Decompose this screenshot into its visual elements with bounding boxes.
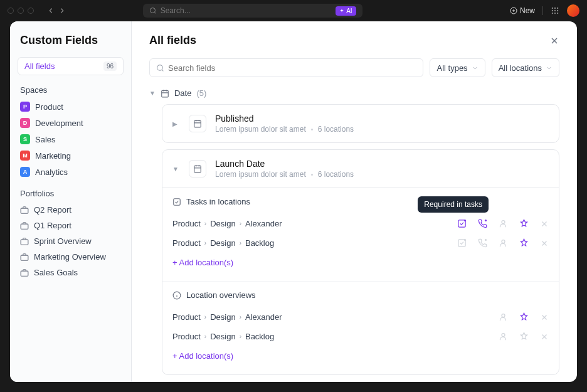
assignee-toggle[interactable] [499, 332, 508, 341]
field-row[interactable]: ▼ Launch Date Lorem ipsum dolor sit amet… [162, 150, 559, 188]
global-search[interactable]: AI [143, 4, 362, 18]
new-button[interactable]: New [510, 6, 535, 15]
svg-point-12 [554, 13, 556, 14]
tasks-in-locations: Tasks in locations Product› Design› Alex… [162, 188, 559, 281]
briefcase-icon [20, 206, 29, 215]
remove-location[interactable] [540, 239, 549, 248]
expand-toggle[interactable]: ▶ [172, 120, 180, 127]
space-icon: D [20, 118, 30, 128]
location-row: Product› Design› Alexander [172, 307, 549, 327]
field-row[interactable]: ▶ Published Lorem ipsum dolor sit amet 6… [162, 105, 559, 142]
titlebar: AI New [0, 0, 587, 21]
svg-rect-17 [21, 255, 28, 260]
close-panel[interactable] [549, 36, 559, 46]
chevron-down-icon [546, 65, 553, 72]
svg-point-37 [464, 220, 466, 221]
traffic-lights [8, 8, 34, 14]
svg-point-5 [552, 8, 553, 9]
search-fields-input[interactable] [168, 63, 416, 73]
svg-point-0 [150, 8, 155, 13]
pin-toggle[interactable] [519, 312, 529, 322]
required-toggle[interactable] [457, 219, 467, 228]
field-card-launch-date: ▼ Launch Date Lorem ipsum dolor sit amet… [162, 149, 559, 375]
close-icon [549, 36, 559, 46]
notify-toggle[interactable] [478, 219, 487, 228]
svg-point-51 [502, 314, 505, 317]
caret-down-icon: ▼ [149, 90, 156, 97]
location-row: Product› Design› Backlog [172, 233, 549, 253]
minimize-window[interactable] [18, 8, 24, 14]
sidebar-item-space[interactable]: PProduct [18, 98, 124, 115]
svg-point-8 [552, 10, 553, 11]
add-location-button[interactable]: + Add location(s) [172, 346, 549, 366]
global-search-input[interactable] [161, 6, 332, 15]
svg-point-45 [502, 240, 505, 243]
svg-point-43 [464, 239, 466, 241]
plus-circle-icon [510, 7, 517, 14]
search-fields[interactable] [149, 58, 423, 77]
locations-dropdown[interactable]: All locations [492, 58, 559, 77]
page-title: All fields [149, 34, 196, 47]
nav-back[interactable] [46, 6, 55, 15]
apps-grid-icon[interactable] [551, 6, 559, 15]
assignee-toggle[interactable] [499, 219, 508, 228]
breadcrumb[interactable]: Product› Design› Backlog [172, 238, 274, 248]
portfolio-label: Sales Goals [34, 268, 78, 277]
svg-line-1 [154, 12, 156, 13]
sidebar-item-space[interactable]: MMarketing [18, 147, 124, 164]
types-dropdown[interactable]: All types [430, 58, 485, 77]
collapse-toggle[interactable]: ▼ [172, 166, 180, 172]
space-label: Development [35, 119, 83, 128]
required-toggle[interactable] [457, 238, 467, 248]
ai-badge[interactable]: AI [336, 6, 356, 16]
pin-toggle[interactable] [519, 238, 529, 248]
all-fields-nav[interactable]: All fields 96 [18, 57, 124, 75]
remove-location[interactable] [540, 332, 549, 341]
sidebar-item-portfolio[interactable]: Q1 Report [18, 218, 124, 233]
breadcrumb[interactable]: Product› Design› Alexander [172, 219, 282, 228]
svg-rect-27 [194, 120, 201, 127]
maximize-window[interactable] [28, 8, 34, 14]
pin-toggle[interactable] [519, 219, 529, 228]
sidebar-item-space[interactable]: SSales [18, 131, 124, 147]
sidebar-item-portfolio[interactable]: Q2 Report [18, 202, 124, 218]
divider [542, 6, 543, 15]
sidebar-item-portfolio[interactable]: Sales Goals [18, 265, 124, 280]
user-avatar[interactable] [567, 4, 579, 17]
space-label: Product [35, 102, 63, 112]
svg-point-39 [502, 221, 505, 224]
remove-location[interactable] [540, 313, 549, 322]
svg-point-11 [552, 13, 553, 14]
briefcase-icon [20, 237, 29, 246]
group-header-date[interactable]: ▼ Date (5) [149, 88, 559, 98]
location-row: Product› Design› Alexander Required in t… [172, 214, 549, 233]
chevron-down-icon [472, 65, 479, 72]
close-window[interactable] [8, 8, 14, 14]
sidebar-item-space[interactable]: DDevelopment [18, 115, 124, 131]
svg-rect-14 [21, 208, 28, 213]
search-icon [149, 7, 157, 14]
space-icon: M [20, 151, 30, 161]
briefcase-icon [20, 268, 29, 277]
nav-forward[interactable] [58, 6, 66, 15]
portfolios-label: Portfolios [20, 189, 124, 198]
sidebar-item-portfolio[interactable]: Marketing Overview [18, 249, 124, 265]
main-panel: All fields All types All locations [132, 21, 577, 382]
calendar-icon [189, 160, 206, 177]
assignee-toggle[interactable] [499, 312, 508, 322]
sidebar: Custom Fields All fields 96 Spaces PProd… [10, 21, 132, 382]
pin-toggle[interactable] [519, 332, 529, 341]
breadcrumb[interactable]: Product› Design› Backlog [172, 332, 274, 341]
assignee-toggle[interactable] [499, 238, 508, 248]
remove-location[interactable] [540, 220, 549, 228]
field-card-published: ▶ Published Lorem ipsum dolor sit amet 6… [162, 104, 559, 143]
sidebar-item-portfolio[interactable]: Sprint Overview [18, 233, 124, 249]
sparkle-icon [339, 8, 344, 13]
svg-rect-35 [174, 198, 181, 205]
breadcrumb[interactable]: Product› Design› Alexander [172, 312, 282, 322]
sidebar-item-space[interactable]: AAnalytics [18, 164, 124, 180]
svg-rect-15 [21, 224, 28, 229]
add-location-button[interactable]: + Add location(s) [172, 253, 549, 272]
space-label: Analytics [35, 167, 68, 177]
notify-toggle[interactable] [478, 238, 487, 248]
